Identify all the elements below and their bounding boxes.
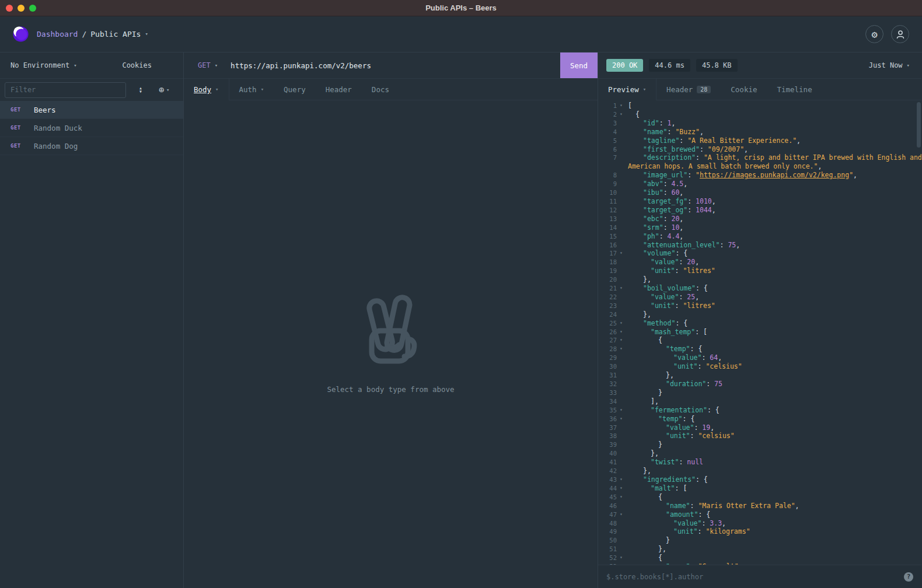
send-button[interactable]: Send: [560, 52, 598, 78]
code-line: 14"srm": 10,: [598, 223, 921, 232]
response-filter-input[interactable]: [606, 573, 898, 581]
workspace-dropdown-caret-icon[interactable]: ▾: [145, 32, 148, 37]
code-line: 43▾"ingredients": {: [598, 475, 921, 484]
sidebar-filter-input[interactable]: [5, 82, 126, 98]
fold-spacer: [617, 171, 626, 180]
json-token: ,: [679, 223, 683, 232]
fold-toggle-icon[interactable]: ▾: [617, 249, 626, 258]
line-number: 26: [598, 328, 617, 337]
code-lines: 1▾[2▾{3"id": 1,4"name": "Buzz",5"tagline…: [598, 102, 921, 565]
method-label: GET: [198, 61, 211, 69]
url-input[interactable]: https://api.punkapi.com/v2/beers: [225, 61, 560, 70]
line-number: 30: [598, 362, 617, 371]
fold-toggle-icon[interactable]: ▾: [617, 110, 626, 119]
account-button[interactable]: [891, 25, 909, 43]
code-line: 27▾{: [598, 336, 921, 345]
line-number: 28: [598, 345, 617, 354]
tab-docs[interactable]: Docs: [362, 79, 399, 100]
json-token: 4.4: [668, 232, 680, 240]
response-tab-cookie[interactable]: Cookie: [721, 79, 767, 100]
line-number: 49: [598, 527, 617, 536]
response-tab-timeline[interactable]: Timeline: [767, 79, 822, 100]
method-dropdown[interactable]: GET ▾: [184, 61, 225, 69]
request-method-tag: GET: [11, 107, 25, 113]
json-token: :: [698, 362, 706, 370]
fold-toggle-icon[interactable]: ▾: [617, 554, 626, 562]
json-token: :: [696, 153, 704, 162]
response-tab-preview[interactable]: Preview▾: [598, 79, 656, 100]
line-number: 35: [598, 406, 617, 415]
code-line: 25▾"method": {: [598, 319, 921, 328]
code-line: 45▾{: [598, 493, 921, 502]
fold-toggle-icon[interactable]: ▾: [617, 336, 626, 345]
json-token: ],: [651, 397, 659, 405]
json-token: "litres": [683, 302, 715, 310]
json-token: "description": [643, 153, 696, 162]
history-caret-icon: ▾: [907, 63, 910, 68]
filter-help-icon[interactable]: ?: [904, 572, 913, 582]
fold-toggle-icon[interactable]: ▾: [617, 406, 626, 415]
fold-toggle-icon[interactable]: ▾: [617, 493, 626, 502]
json-token: "temp": [666, 345, 690, 353]
cookies-button[interactable]: Cookies: [122, 61, 152, 69]
sidebar-sort-button[interactable]: ▲ ▼: [131, 86, 151, 93]
fold-toggle-icon[interactable]: ▾: [617, 510, 626, 519]
code-line: 11"target_fg": 1010,: [598, 197, 921, 206]
request-list-item[interactable]: GETRandom Dog: [0, 137, 183, 155]
fold-spacer: [617, 136, 626, 145]
request-tab-bar: Body▾Auth▾QueryHeaderDocs: [184, 79, 598, 100]
response-history-dropdown[interactable]: Just Now ▾: [869, 61, 913, 69]
line-number: 52: [598, 554, 617, 562]
line-number: 42: [598, 467, 617, 475]
fold-toggle-icon[interactable]: ▾: [617, 319, 626, 328]
code-content: American hops. A small batch brewed only…: [626, 162, 921, 171]
fold-toggle-icon[interactable]: ▾: [617, 284, 626, 293]
json-token: ,: [797, 136, 801, 145]
request-list-item[interactable]: GETRandom Duck: [0, 119, 183, 137]
fold-toggle-icon[interactable]: ▾: [617, 475, 626, 484]
fold-toggle-icon[interactable]: ▾: [617, 484, 626, 493]
line-number: 53: [598, 562, 617, 565]
json-token: "ibu": [643, 188, 663, 197]
fold-toggle-icon[interactable]: ▾: [617, 102, 626, 110]
minimize-window-icon[interactable]: [18, 5, 25, 12]
fold-spacer: [617, 188, 626, 197]
add-request-button[interactable]: ⊕ ▾: [159, 85, 169, 95]
scrollbar-thumb[interactable]: [917, 102, 921, 148]
fold-toggle-icon[interactable]: ▾: [617, 345, 626, 354]
response-tab-header[interactable]: Header28: [656, 79, 721, 100]
line-number: 31: [598, 371, 617, 380]
fold-toggle-icon[interactable]: ▾: [617, 415, 626, 424]
response-body-viewer[interactable]: 1▾[2▾{3"id": 1,4"name": "Buzz",5"tagline…: [598, 100, 921, 565]
code-line: 9"abv": 4.5,: [598, 180, 921, 188]
json-token: : {: [698, 510, 710, 519]
json-token: ,: [712, 206, 716, 214]
line-number: 29: [598, 354, 617, 362]
environment-selector[interactable]: No Environment ▾: [11, 61, 77, 69]
line-number: 45: [598, 493, 617, 502]
request-list: GETBeersGETRandom DuckGETRandom Dog: [0, 101, 183, 588]
json-token: "Maris Otter Extra Pale": [698, 502, 795, 510]
code-line: 1▾[: [598, 102, 921, 110]
response-size-badge: 45.8 KB: [696, 59, 738, 72]
code-content: [: [626, 102, 921, 110]
tab-query[interactable]: Query: [274, 79, 316, 100]
json-token: "attenuation_level": [643, 241, 720, 249]
json-token: ,: [700, 128, 704, 136]
zoom-window-icon[interactable]: [29, 5, 36, 12]
tab-body[interactable]: Body▾: [184, 79, 229, 100]
settings-button[interactable]: ⚙: [865, 25, 883, 43]
request-list-item[interactable]: GETBeers: [0, 101, 183, 119]
code-content: {: [626, 110, 921, 119]
fold-toggle-icon[interactable]: ▾: [617, 328, 626, 337]
json-token: "value": [673, 519, 701, 527]
close-window-icon[interactable]: [6, 5, 13, 12]
json-link[interactable]: https://images.punkapi.com/v2/keg.png: [700, 171, 849, 179]
fold-spacer: [617, 206, 626, 215]
tab-header[interactable]: Header: [316, 79, 362, 100]
breadcrumb-dashboard-link[interactable]: Dashboard: [37, 30, 78, 38]
tab-auth[interactable]: Auth▾: [229, 79, 274, 100]
breadcrumb-current-workspace[interactable]: Public APIs: [90, 30, 141, 38]
code-line: 39}: [598, 440, 921, 449]
code-line: 30"unit": "celsius": [598, 362, 921, 371]
